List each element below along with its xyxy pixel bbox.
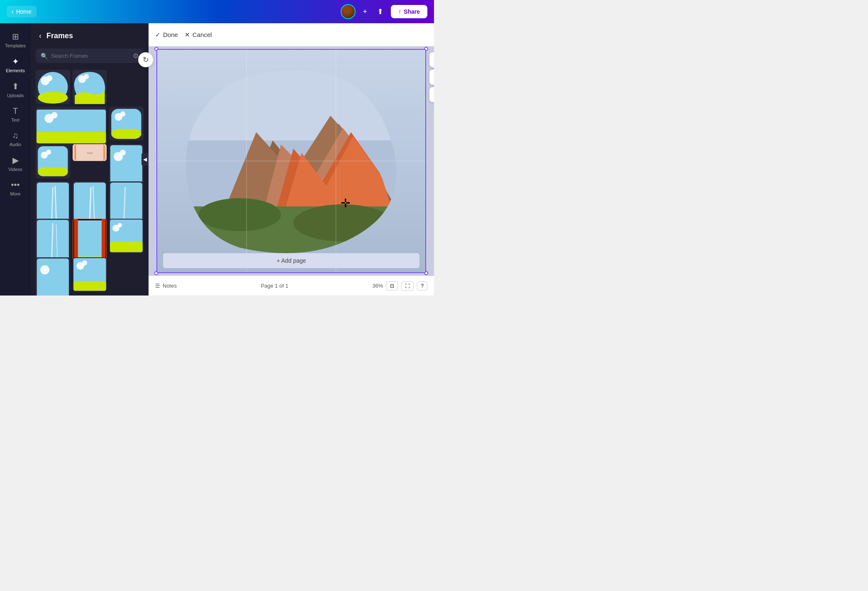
- cancel-button[interactable]: ✕ Cancel: [185, 31, 212, 39]
- canvas-frame: ✛ 🔒 ⊡ + ↻: [156, 49, 426, 273]
- zoom-level: 36%: [372, 283, 383, 289]
- canvas-image: ✛: [156, 49, 426, 273]
- back-button[interactable]: ‹: [37, 30, 43, 42]
- frames-title: Frames: [46, 32, 73, 40]
- hide-panel-button[interactable]: ◀: [141, 153, 149, 166]
- svg-rect-59: [157, 50, 425, 140]
- videos-icon: ▶: [12, 155, 19, 165]
- plus-icon: +: [363, 7, 368, 16]
- sidebar-item-label: Templates: [5, 43, 26, 48]
- sidebar-item-label: Text: [11, 117, 20, 122]
- frame-thumb-rounded-sq[interactable]: [109, 107, 144, 141]
- fullscreen-icon: ⛶: [405, 283, 410, 289]
- svg-text:FILM: FILM: [87, 152, 93, 154]
- sidebar-item-text[interactable]: T Text: [2, 103, 29, 126]
- svg-point-57: [82, 260, 87, 265]
- search-bar: 🔍 ⚙: [36, 49, 144, 63]
- refresh-icon: ↻: [143, 55, 149, 64]
- frame-thumb-rounded-sq2[interactable]: [36, 144, 70, 178]
- frames-grid: FILM: [31, 66, 149, 296]
- svg-point-17: [46, 149, 51, 154]
- frame-thumb-filmstrip[interactable]: FILM: [73, 144, 107, 161]
- canvas-toolbar: ✓ Done ✕ Cancel: [149, 23, 434, 46]
- audio-icon: ♫: [12, 131, 19, 140]
- notes-button[interactable]: ☰ Notes: [155, 283, 177, 289]
- refresh-button[interactable]: ↻: [138, 52, 153, 67]
- help-button[interactable]: ?: [417, 281, 427, 291]
- svg-rect-11: [111, 129, 141, 139]
- templates-icon: ⊞: [12, 32, 19, 42]
- notes-icon: ☰: [155, 283, 160, 289]
- svg-point-3: [46, 75, 52, 81]
- canvas-area: ✓ Done ✕ Cancel: [149, 23, 434, 296]
- svg-point-53: [40, 265, 49, 274]
- avatar[interactable]: [341, 4, 356, 19]
- sidebar-item-uploads[interactable]: ⬆ Uploads: [2, 78, 29, 101]
- share-button[interactable]: ↑ Share: [391, 5, 427, 18]
- svg-rect-20: [104, 146, 105, 160]
- canvas-wrapper: ✛ 🔒 ⊡ + ↻: [149, 46, 434, 276]
- analytics-button[interactable]: ⬆: [375, 5, 386, 19]
- frame-thumb-wavy[interactable]: [73, 70, 107, 104]
- sidebar-item-more[interactable]: ••• More: [2, 177, 29, 200]
- chart-icon: ⬆: [377, 7, 383, 16]
- pages-view-button[interactable]: ⊡: [386, 281, 398, 291]
- frame-thumb-circle[interactable]: [36, 70, 70, 104]
- filter-button[interactable]: ⚙: [133, 52, 139, 60]
- topbar-right: + ⬆ ↑ Share: [341, 4, 427, 19]
- svg-point-50: [118, 223, 122, 227]
- frames-panel: ‹ Frames 🔍 ⚙: [31, 23, 149, 296]
- add-button[interactable]: +: [361, 5, 370, 19]
- svg-rect-51: [37, 258, 69, 296]
- svg-rect-55: [73, 281, 106, 291]
- add-page-button[interactable]: + Add page: [163, 253, 419, 268]
- duplicate-button[interactable]: ⊡: [429, 70, 434, 85]
- home-label: Home: [16, 8, 32, 15]
- home-button[interactable]: ‹ Home: [7, 6, 37, 17]
- search-input[interactable]: [51, 53, 129, 59]
- done-button[interactable]: ✓ Done: [155, 31, 178, 39]
- sidebar-item-audio[interactable]: ♫ Audio: [2, 127, 29, 150]
- sidebar-item-label: Uploads: [7, 93, 24, 98]
- fullscreen-button[interactable]: ⛶: [401, 281, 414, 291]
- x-icon: ✕: [185, 31, 190, 39]
- sidebar-item-label: Elements: [6, 68, 25, 73]
- main-layout: ⊞ Templates ✦ Elements ⬆ Uploads T Text …: [0, 23, 434, 296]
- add-element-button[interactable]: +: [429, 87, 434, 102]
- svg-rect-7: [37, 132, 106, 143]
- sidebar-item-templates[interactable]: ⊞ Templates: [2, 28, 29, 51]
- svg-point-66: [198, 198, 281, 231]
- frames-header: ‹ Frames: [31, 23, 149, 45]
- svg-point-13: [120, 111, 125, 116]
- frame-thumb-sq5[interactable]: [109, 219, 144, 253]
- move-cursor-icon: ✛: [341, 196, 350, 210]
- pages-icon: ⊡: [390, 283, 394, 289]
- sidebar-item-label: More: [10, 191, 20, 196]
- bottom-bar: ☰ Notes Page 1 of 1 36% ⊡ ⛶ ?: [149, 276, 434, 296]
- check-icon: ✓: [155, 31, 161, 39]
- sidebar-item-elements[interactable]: ✦ Elements: [2, 53, 29, 76]
- sidebar-item-label: Audio: [10, 142, 21, 147]
- sidebar-item-label: Videos: [8, 167, 22, 172]
- svg-rect-48: [110, 242, 143, 252]
- frame-thumb-wide[interactable]: [36, 107, 107, 146]
- svg-point-1: [38, 92, 68, 104]
- text-icon: T: [13, 106, 18, 116]
- home-chevron-icon: ‹: [12, 8, 14, 15]
- frame-thumb-sq6[interactable]: [73, 257, 107, 292]
- search-icon: 🔍: [41, 53, 48, 59]
- topbar: ‹ Home + ⬆ ↑ Share: [0, 0, 434, 23]
- svg-point-26: [120, 150, 126, 156]
- mountain-scene: ✛: [157, 50, 425, 272]
- share-icon: ↑: [398, 8, 401, 15]
- svg-rect-19: [74, 146, 76, 160]
- svg-rect-15: [38, 168, 68, 176]
- avatar-image: [341, 5, 355, 18]
- uploads-icon: ⬆: [12, 81, 19, 91]
- help-icon: ?: [421, 283, 424, 289]
- lock-button[interactable]: 🔒: [429, 52, 434, 67]
- more-icon: •••: [11, 180, 20, 190]
- page-info: Page 1 of 1: [261, 283, 288, 289]
- sidebar-item-videos[interactable]: ▶ Videos: [2, 152, 29, 175]
- frame-thumb-portrait6[interactable]: [36, 257, 70, 296]
